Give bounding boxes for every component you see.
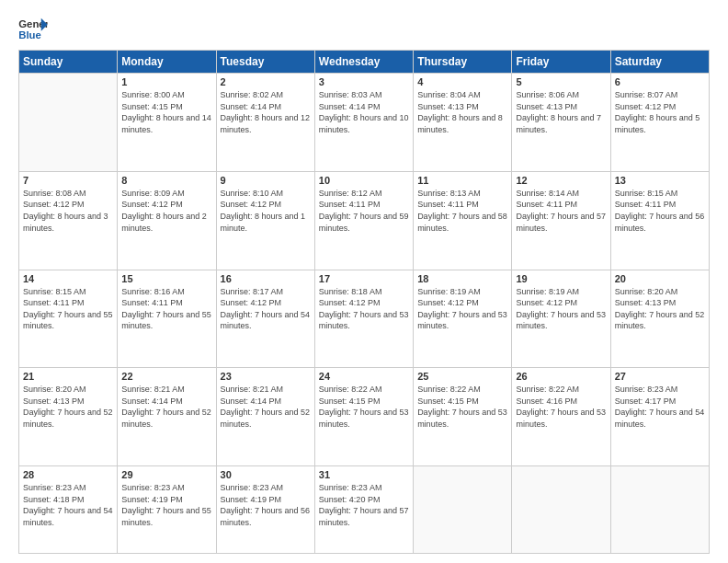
day-cell: 20Sunrise: 8:20 AMSunset: 4:13 PMDayligh… — [610, 270, 709, 368]
day-cell: 25Sunrise: 8:22 AMSunset: 4:15 PMDayligh… — [414, 368, 512, 466]
day-number: 16 — [221, 273, 311, 284]
day-cell: 26Sunrise: 8:22 AMSunset: 4:16 PMDayligh… — [512, 368, 610, 466]
day-info: Sunrise: 8:20 AMSunset: 4:13 PMDaylight:… — [23, 384, 113, 430]
day-info: Sunrise: 8:23 AMSunset: 4:18 PMDaylight:… — [23, 482, 113, 528]
day-info: Sunrise: 8:17 AMSunset: 4:12 PMDaylight:… — [221, 286, 311, 332]
day-info: Sunrise: 8:09 AMSunset: 4:12 PMDaylight:… — [121, 188, 211, 234]
day-number: 13 — [615, 175, 705, 186]
page: General Blue SundayMondayTuesdayWednesda… — [0, 0, 728, 563]
day-number: 31 — [319, 469, 409, 480]
day-info: Sunrise: 8:13 AMSunset: 4:11 PMDaylight:… — [417, 188, 507, 234]
day-number: 4 — [417, 76, 507, 87]
day-cell: 12Sunrise: 8:14 AMSunset: 4:11 PMDayligh… — [512, 171, 610, 270]
day-cell: 15Sunrise: 8:16 AMSunset: 4:11 PMDayligh… — [118, 270, 216, 368]
day-info: Sunrise: 8:00 AMSunset: 4:15 PMDaylight:… — [121, 89, 211, 135]
day-cell: 23Sunrise: 8:21 AMSunset: 4:14 PMDayligh… — [216, 368, 314, 466]
day-number: 3 — [319, 76, 409, 87]
day-cell — [610, 466, 709, 554]
day-number: 9 — [221, 175, 311, 186]
day-number: 23 — [221, 371, 311, 382]
day-number: 29 — [121, 469, 211, 480]
day-cell: 22Sunrise: 8:21 AMSunset: 4:14 PMDayligh… — [118, 368, 216, 466]
day-info: Sunrise: 8:16 AMSunset: 4:11 PMDaylight:… — [121, 286, 211, 332]
day-number: 25 — [417, 371, 507, 382]
day-number: 15 — [121, 273, 211, 284]
weekday-header-sunday: Sunday — [19, 51, 118, 74]
day-cell: 19Sunrise: 8:19 AMSunset: 4:12 PMDayligh… — [512, 270, 610, 368]
day-info: Sunrise: 8:22 AMSunset: 4:16 PMDaylight:… — [516, 384, 606, 430]
day-number: 22 — [121, 371, 211, 382]
day-info: Sunrise: 8:21 AMSunset: 4:14 PMDaylight:… — [121, 384, 211, 430]
day-number: 14 — [23, 273, 113, 284]
day-info: Sunrise: 8:04 AMSunset: 4:13 PMDaylight:… — [417, 89, 507, 135]
day-info: Sunrise: 8:21 AMSunset: 4:14 PMDaylight:… — [221, 384, 311, 430]
day-cell: 1Sunrise: 8:00 AMSunset: 4:15 PMDaylight… — [118, 74, 216, 172]
day-number: 24 — [319, 371, 409, 382]
day-cell: 11Sunrise: 8:13 AMSunset: 4:11 PMDayligh… — [414, 171, 512, 270]
day-number: 26 — [516, 371, 606, 382]
day-info: Sunrise: 8:23 AMSunset: 4:19 PMDaylight:… — [221, 482, 311, 528]
day-info: Sunrise: 8:14 AMSunset: 4:11 PMDaylight:… — [516, 188, 606, 234]
day-info: Sunrise: 8:15 AMSunset: 4:11 PMDaylight:… — [23, 286, 113, 332]
day-number: 18 — [417, 273, 507, 284]
weekday-header-tuesday: Tuesday — [216, 51, 314, 74]
day-info: Sunrise: 8:06 AMSunset: 4:13 PMDaylight:… — [516, 89, 606, 135]
day-number: 7 — [23, 175, 113, 186]
day-cell: 10Sunrise: 8:12 AMSunset: 4:11 PMDayligh… — [314, 171, 413, 270]
day-number: 21 — [23, 371, 113, 382]
weekday-header-monday: Monday — [118, 51, 216, 74]
week-row-2: 14Sunrise: 8:15 AMSunset: 4:11 PMDayligh… — [19, 270, 710, 368]
day-number: 5 — [516, 76, 606, 87]
day-info: Sunrise: 8:23 AMSunset: 4:17 PMDaylight:… — [615, 384, 705, 430]
day-info: Sunrise: 8:20 AMSunset: 4:13 PMDaylight:… — [615, 286, 705, 332]
calendar: SundayMondayTuesdayWednesdayThursdayFrid… — [18, 50, 710, 554]
day-info: Sunrise: 8:10 AMSunset: 4:12 PMDaylight:… — [221, 188, 311, 234]
logo-icon: General Blue — [18, 17, 48, 42]
day-info: Sunrise: 8:22 AMSunset: 4:15 PMDaylight:… — [417, 384, 507, 430]
day-cell: 3Sunrise: 8:03 AMSunset: 4:14 PMDaylight… — [314, 74, 413, 172]
day-cell: 8Sunrise: 8:09 AMSunset: 4:12 PMDaylight… — [118, 171, 216, 270]
day-cell: 16Sunrise: 8:17 AMSunset: 4:12 PMDayligh… — [216, 270, 314, 368]
day-cell: 18Sunrise: 8:19 AMSunset: 4:12 PMDayligh… — [414, 270, 512, 368]
day-cell — [19, 74, 118, 172]
day-cell: 9Sunrise: 8:10 AMSunset: 4:12 PMDaylight… — [216, 171, 314, 270]
day-cell: 24Sunrise: 8:22 AMSunset: 4:15 PMDayligh… — [314, 368, 413, 466]
day-number: 27 — [615, 371, 705, 382]
day-cell: 5Sunrise: 8:06 AMSunset: 4:13 PMDaylight… — [512, 74, 610, 172]
day-info: Sunrise: 8:08 AMSunset: 4:12 PMDaylight:… — [23, 188, 113, 234]
week-row-1: 7Sunrise: 8:08 AMSunset: 4:12 PMDaylight… — [19, 171, 710, 270]
day-info: Sunrise: 8:02 AMSunset: 4:14 PMDaylight:… — [221, 89, 311, 135]
weekday-header-thursday: Thursday — [414, 51, 512, 74]
day-cell: 2Sunrise: 8:02 AMSunset: 4:14 PMDaylight… — [216, 74, 314, 172]
day-cell: 27Sunrise: 8:23 AMSunset: 4:17 PMDayligh… — [610, 368, 709, 466]
weekday-header-wednesday: Wednesday — [314, 51, 413, 74]
day-info: Sunrise: 8:18 AMSunset: 4:12 PMDaylight:… — [319, 286, 409, 332]
day-number: 28 — [23, 469, 113, 480]
day-number: 30 — [221, 469, 311, 480]
day-cell: 29Sunrise: 8:23 AMSunset: 4:19 PMDayligh… — [118, 466, 216, 554]
logo: General Blue — [18, 17, 48, 42]
header: General Blue — [18, 17, 710, 42]
day-cell: 30Sunrise: 8:23 AMSunset: 4:19 PMDayligh… — [216, 466, 314, 554]
weekday-header-saturday: Saturday — [610, 51, 709, 74]
weekday-header-friday: Friday — [512, 51, 610, 74]
day-cell: 28Sunrise: 8:23 AMSunset: 4:18 PMDayligh… — [19, 466, 118, 554]
day-info: Sunrise: 8:19 AMSunset: 4:12 PMDaylight:… — [417, 286, 507, 332]
day-cell: 21Sunrise: 8:20 AMSunset: 4:13 PMDayligh… — [19, 368, 118, 466]
day-number: 19 — [516, 273, 606, 284]
day-number: 17 — [319, 273, 409, 284]
day-cell: 13Sunrise: 8:15 AMSunset: 4:11 PMDayligh… — [610, 171, 709, 270]
day-number: 12 — [516, 175, 606, 186]
day-info: Sunrise: 8:23 AMSunset: 4:19 PMDaylight:… — [121, 482, 211, 528]
day-number: 10 — [319, 175, 409, 186]
day-cell: 6Sunrise: 8:07 AMSunset: 4:12 PMDaylight… — [610, 74, 709, 172]
day-cell — [512, 466, 610, 554]
day-number: 2 — [221, 76, 311, 87]
week-row-0: 1Sunrise: 8:00 AMSunset: 4:15 PMDaylight… — [19, 74, 710, 172]
day-info: Sunrise: 8:07 AMSunset: 4:12 PMDaylight:… — [615, 89, 705, 135]
day-info: Sunrise: 8:19 AMSunset: 4:12 PMDaylight:… — [516, 286, 606, 332]
day-info: Sunrise: 8:23 AMSunset: 4:20 PMDaylight:… — [319, 482, 409, 528]
day-cell: 7Sunrise: 8:08 AMSunset: 4:12 PMDaylight… — [19, 171, 118, 270]
day-number: 8 — [121, 175, 211, 186]
week-row-3: 21Sunrise: 8:20 AMSunset: 4:13 PMDayligh… — [19, 368, 710, 466]
